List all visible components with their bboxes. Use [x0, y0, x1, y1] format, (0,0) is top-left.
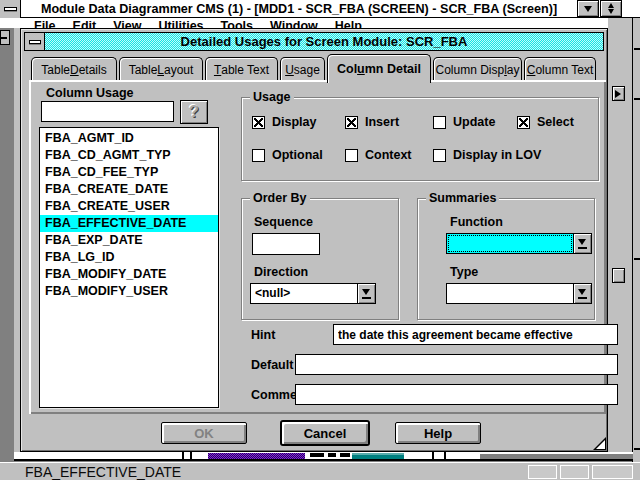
usage-group-label: Usage — [250, 90, 294, 104]
system-menu-button[interactable] — [0, 0, 21, 18]
status-text: FBA_EFFECTIVE_DATE — [25, 464, 181, 480]
function-combobox[interactable] — [446, 233, 592, 254]
tab-column-text[interactable]: Column Text — [524, 57, 596, 81]
direction-dropdown-button[interactable] — [357, 284, 375, 303]
display-checkbox-label: Display — [272, 115, 316, 129]
background-window-sysbox-fragment — [0, 30, 10, 45]
direction-combobox[interactable]: <null> — [250, 283, 376, 304]
hint-input[interactable] — [333, 324, 618, 345]
optional-checkbox-label: Optional — [272, 148, 323, 162]
list-item[interactable]: FBA_CD_FEE_TYP — [40, 164, 218, 181]
main-window-titlebar: Module Data Diagrammer CMS (1) - [MDD1 -… — [0, 0, 640, 18]
sequence-input[interactable] — [252, 233, 320, 255]
system-menu-icon — [4, 7, 17, 11]
list-item[interactable]: FBA_MODIFY_DATE — [40, 266, 218, 283]
background-scroll-arrow-button[interactable] — [612, 86, 625, 101]
type-label: Type — [450, 265, 478, 279]
list-item-selected[interactable]: FBA_EFFECTIVE_DATE — [40, 215, 218, 232]
type-combobox[interactable] — [446, 283, 592, 304]
checkbox-row-update: Update — [433, 115, 495, 129]
tab-strip: Table Details Table Layout Table Text Us… — [31, 57, 596, 81]
list-item[interactable]: FBA_CREATE_USER — [40, 198, 218, 215]
tab-usage[interactable]: Usage — [280, 57, 325, 81]
insert-checkbox[interactable] — [345, 116, 358, 129]
comment-input[interactable] — [295, 384, 618, 405]
list-item[interactable]: FBA_EXP_DATE — [40, 232, 218, 249]
question-mark-icon: ? — [189, 103, 199, 121]
background-scroll-fragment — [612, 268, 625, 283]
select-checkbox-label: Select — [537, 115, 574, 129]
right-arrow-icon — [615, 90, 625, 98]
tab-column-detail[interactable]: Column Detail — [327, 54, 431, 83]
dialog-title: Detailed Usages for Screen Module: SCR_F… — [181, 34, 468, 49]
checkbox-row-display: Display — [252, 115, 316, 129]
dialog-system-menu-icon — [29, 40, 41, 44]
checkbox-row-optional: Optional — [252, 148, 323, 162]
function-value — [447, 234, 573, 253]
list-item[interactable]: FBA_LG_ID — [40, 249, 218, 266]
order-by-group-label: Order By — [250, 191, 310, 205]
dialog-system-menu-button[interactable] — [25, 33, 45, 50]
restore-button[interactable] — [600, 0, 622, 17]
checkbox-row-select: Select — [517, 115, 574, 129]
help-button[interactable]: Help — [395, 422, 481, 444]
optional-checkbox[interactable] — [252, 149, 265, 162]
column-usage-listbox[interactable]: FBA_AGMT_ID FBA_CD_AGMT_TYP FBA_CD_FEE_T… — [39, 127, 219, 408]
dropdown-arrow-icon — [362, 288, 371, 299]
display-in-lov-checkbox[interactable] — [433, 149, 446, 162]
direction-label: Direction — [254, 265, 308, 279]
tab-table-layout[interactable]: Table Layout — [119, 57, 203, 81]
list-item[interactable]: FBA_CREATE_DATE — [40, 181, 218, 198]
function-dropdown-button[interactable] — [573, 234, 591, 253]
tab-table-text[interactable]: Table Text — [205, 57, 278, 81]
cancel-button[interactable]: Cancel — [282, 422, 368, 444]
detailed-usages-dialog: Detailed Usages for Screen Module: SCR_F… — [20, 28, 608, 452]
column-usage-lookup-button[interactable]: ? — [180, 100, 208, 124]
minimize-button[interactable] — [577, 0, 599, 17]
background-window-border — [14, 459, 633, 461]
dialog-titlebar[interactable]: Detailed Usages for Screen Module: SCR_F… — [24, 32, 604, 51]
checkbox-row-display-in-lov: Display in LOV — [433, 148, 541, 162]
select-checkbox[interactable] — [517, 116, 530, 129]
dropdown-arrow-icon — [578, 288, 587, 299]
update-checkbox-label: Update — [453, 115, 495, 129]
window-frame-right — [632, 18, 640, 462]
restore-up-arrow-icon — [608, 0, 614, 8]
direction-value: <null> — [251, 284, 357, 303]
checkbox-row-insert: Insert — [345, 115, 399, 129]
screen: Module Data Diagrammer CMS (1) - [MDD1 -… — [0, 0, 640, 480]
status-panel-3 — [592, 465, 633, 479]
list-item[interactable]: FBA_CD_AGMT_TYP — [40, 147, 218, 164]
restore-down-arrow-icon — [608, 9, 614, 17]
display-in-lov-checkbox-label: Display in LOV — [453, 148, 541, 162]
insert-checkbox-label: Insert — [365, 115, 399, 129]
tab-column-display[interactable]: Column Display — [433, 57, 522, 81]
summaries-group-label: Summaries — [426, 191, 499, 205]
ok-button[interactable]: OK — [161, 422, 247, 444]
status-panel-2 — [560, 465, 589, 479]
order-by-groupbox: Order By Sequence Direction <null> — [241, 198, 399, 320]
type-dropdown-button[interactable] — [573, 284, 591, 303]
column-usage-label: Column Usage — [46, 86, 134, 100]
context-checkbox[interactable] — [345, 149, 358, 162]
dropdown-arrow-icon — [578, 238, 587, 249]
usage-groupbox: Usage Display Insert Update Select Optio… — [241, 97, 599, 181]
function-label: Function — [450, 215, 503, 229]
hint-label: Hint — [251, 328, 275, 342]
list-item[interactable]: FBA_MODIFY_USER — [40, 283, 218, 300]
default-input[interactable] — [295, 354, 618, 375]
status-bar: FBA_EFFECTIVE_DATE — [0, 462, 640, 480]
display-checkbox[interactable] — [252, 116, 265, 129]
status-panel-1 — [528, 465, 557, 479]
minimize-arrow-icon — [584, 6, 592, 16]
column-usage-filter-input[interactable] — [41, 101, 174, 122]
update-checkbox[interactable] — [433, 116, 446, 129]
list-item[interactable]: FBA_AGMT_ID — [40, 130, 218, 147]
left-desktop-margin — [0, 28, 20, 459]
resize-grip-icon[interactable] — [593, 437, 606, 450]
tab-table-details[interactable]: Table Details — [31, 57, 117, 81]
context-checkbox-label: Context — [365, 148, 412, 162]
type-value — [447, 284, 573, 303]
sequence-label: Sequence — [254, 215, 313, 229]
cancel-button-default-ring: Cancel — [280, 420, 370, 446]
